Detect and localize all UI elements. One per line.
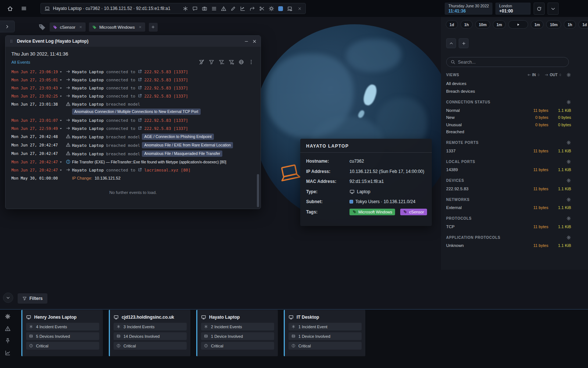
ai-analyst-icon[interactable] (5, 314, 11, 319)
time-range-10m-left-button[interactable]: 10m (475, 20, 490, 29)
model-breach-badge[interactable]: Anomalous File / Masqueraded File Transf… (142, 151, 222, 157)
reporting-icon[interactable] (5, 350, 11, 356)
event-row[interactable]: Mon Jun 27, 22:59:49Hayato Laptop connec… (11, 124, 256, 132)
omnisearch-bar[interactable]: Hayato Laptop · cu7362 · 10.136.121.52 ·… (40, 3, 306, 14)
incident-card-cjd123-holdingsinc-co-uk[interactable]: cjd123.holdingsinc.co.uk3 Incident Event… (109, 310, 190, 356)
incident-stat[interactable]: 4 Incident Events (26, 323, 99, 330)
add-tag-button[interactable] (149, 23, 158, 32)
event-row[interactable]: Mon Jun 27, 23:01:07Hayato Laptop connec… (11, 116, 256, 124)
model-breach-badge[interactable]: Anomalous File / EXE from Rare External … (142, 142, 233, 148)
incident-stat[interactable]: Critical (26, 342, 99, 350)
incident-stat[interactable]: 2 Incident Events (201, 323, 274, 330)
time-range-1h-left-button[interactable]: 1h (460, 20, 473, 29)
remove-tag-icon[interactable] (139, 25, 142, 29)
section-settings-icon[interactable] (566, 159, 571, 164)
close-window-icon[interactable] (252, 39, 257, 44)
incident-stat[interactable]: 5 Devices Involved (26, 332, 99, 340)
external-link-icon[interactable] (138, 78, 142, 82)
timezone-box[interactable]: London +01:00 (495, 3, 531, 15)
section-settings-icon[interactable] (566, 216, 571, 221)
event-row[interactable]: Mon Jun 27, 20:42:47Hayato Laptop connec… (11, 166, 256, 174)
collapse-panel-button[interactable] (446, 38, 456, 48)
metric-row-14389[interactable]: 1438911 bytes1.1 KiB (446, 166, 571, 174)
time-range-1d-right-button[interactable]: 1d (578, 20, 588, 29)
expand-event-icon[interactable] (59, 86, 62, 90)
window-header[interactable]: Device Event Log (Hayato Laptop) (6, 36, 261, 47)
expand-datetime-button[interactable] (548, 3, 559, 15)
view-item-breach-devices[interactable]: Breach devices (446, 87, 571, 95)
external-link-icon[interactable] (138, 86, 142, 90)
pinned-icon[interactable] (5, 338, 11, 344)
add-filter-icon[interactable] (229, 59, 234, 65)
connections-icon[interactable] (250, 6, 255, 11)
event-row[interactable]: Mon Jun 27, 23:01:38Hayato Laptop breach… (11, 100, 256, 116)
external-link-icon[interactable] (138, 94, 142, 98)
device-tag-csensor[interactable]: cSensor (400, 209, 427, 215)
event-row[interactable]: Mon Jun 27, 23:02:25Hayato Laptop connec… (11, 92, 256, 100)
section-settings-icon[interactable] (566, 140, 571, 145)
event-filter-link[interactable]: All Events (11, 60, 30, 64)
more-options-icon[interactable] (248, 59, 254, 65)
subnet-swatch[interactable] (278, 6, 283, 11)
sort-out-control[interactable]: OUT (545, 73, 562, 77)
incident-card-hayato-laptop[interactable]: Hayato Laptop2 Incident Events1 Device I… (196, 310, 278, 356)
section-settings-icon[interactable] (566, 100, 571, 105)
metric-row-breached[interactable]: Breached (446, 128, 571, 136)
expand-event-icon[interactable] (59, 95, 62, 98)
filter-icon[interactable] (209, 59, 214, 65)
metric-row-normal[interactable]: Normal11 bytes1.1 KiB (446, 107, 571, 114)
view-item-all-devices[interactable]: All devices (446, 79, 571, 87)
expand-event-icon[interactable] (59, 127, 62, 130)
expand-event-icon[interactable] (59, 78, 62, 82)
expand-event-icon[interactable] (59, 70, 62, 74)
external-link-icon[interactable] (138, 126, 142, 130)
csensor-device-icon[interactable] (287, 6, 293, 11)
incident-card-it-desktop[interactable]: IT Desktop1 Incident Event1 Device Invol… (284, 310, 365, 356)
sidebar-search[interactable] (446, 57, 569, 67)
time-range-1h-right-button[interactable]: 1h (564, 20, 576, 29)
model-breach-badge[interactable]: AGE / Connection to Phishing Endpoint (142, 134, 214, 140)
incident-stat[interactable]: Critical (201, 342, 274, 350)
minimize-window-icon[interactable] (244, 39, 249, 44)
time-range-1d-left-button[interactable]: 1d (446, 20, 458, 29)
drag-handle-icon[interactable] (9, 39, 14, 44)
incident-stat[interactable]: 3 Incident Events (114, 323, 187, 330)
incident-stat[interactable]: Critical (114, 342, 187, 350)
event-row[interactable]: Mon Jun 27, 23:05:01Hayato Laptop connec… (11, 76, 256, 84)
add-view-button[interactable] (459, 38, 469, 48)
section-settings-icon[interactable] (566, 235, 571, 240)
packet-capture-icon[interactable] (259, 6, 265, 11)
event-list-icon[interactable] (211, 6, 217, 11)
play-button[interactable] (508, 20, 528, 29)
model-breach-icon[interactable] (183, 6, 188, 11)
external-link-icon[interactable] (138, 168, 142, 172)
incident-stat[interactable]: 1 Incident Event (288, 323, 362, 330)
menu-button[interactable] (18, 3, 29, 14)
tag-pill-microsoft-windows[interactable]: Microsoft Windows (89, 22, 145, 32)
incident-stat[interactable]: 14 Devices Involved (114, 332, 187, 340)
views-settings-icon[interactable] (566, 72, 571, 77)
filters-button[interactable]: Filters (18, 293, 47, 304)
device-tag-microsoft-windows[interactable]: Microsoft Windows (349, 209, 395, 215)
scrollbar-thumb[interactable] (257, 174, 259, 207)
time-range-1m-right-button[interactable]: 1m (531, 20, 544, 29)
alerts-icon[interactable] (5, 326, 11, 332)
metric-row-unknown[interactable]: Unknown11 bytes1.1 KiB (446, 242, 571, 250)
world-filter-icon[interactable] (239, 59, 244, 65)
expand-left-panel-button[interactable] (0, 21, 15, 32)
sort-in-control[interactable]: IN (527, 73, 540, 77)
metric-row-222-92-5-83[interactable]: 222.92.5.8311 bytes1.1 KiB (446, 185, 571, 192)
metric-row-new[interactable]: New0 bytes0 bytes (446, 114, 571, 121)
event-row[interactable]: Mon Jun 27, 20:42:48Hayato Laptop breach… (11, 132, 256, 141)
time-range-10m-right-button[interactable]: 10m (546, 20, 561, 29)
remove-tag-icon[interactable] (79, 25, 82, 29)
event-row[interactable]: Mon Jun 27, 20:42:47File Transfer (EXE) … (11, 158, 256, 166)
section-settings-icon[interactable] (566, 178, 571, 183)
metric-row-external[interactable]: External11 bytes1.1 KiB (446, 204, 571, 212)
incident-card-henry-jones-laptop[interactable]: Henry Jones Laptop4 Incident Events5 Dev… (21, 310, 103, 356)
search-input[interactable] (458, 60, 564, 65)
section-settings-icon[interactable] (566, 197, 571, 202)
external-link-icon[interactable] (138, 118, 142, 122)
event-row[interactable]: Mon Jun 27, 20:42:47Hayato Laptop breach… (11, 141, 256, 149)
refresh-button[interactable] (534, 3, 545, 15)
